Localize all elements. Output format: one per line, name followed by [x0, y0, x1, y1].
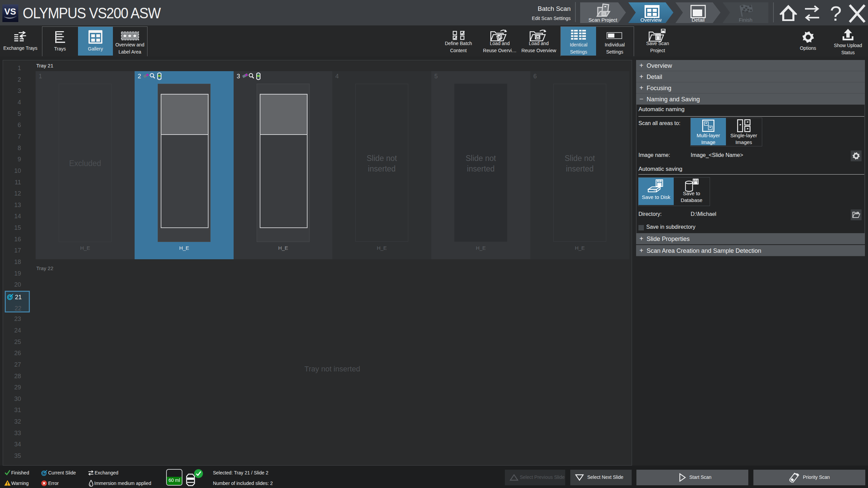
svg-text:?: ? — [830, 2, 842, 24]
svg-text:Finish: Finish — [739, 17, 752, 23]
svg-text:Detail: Detail — [692, 17, 705, 23]
svg-text:Overview: Overview — [640, 17, 662, 23]
svg-text:Scan Project: Scan Project — [588, 17, 617, 23]
svg-text:VS: VS — [4, 6, 16, 17]
